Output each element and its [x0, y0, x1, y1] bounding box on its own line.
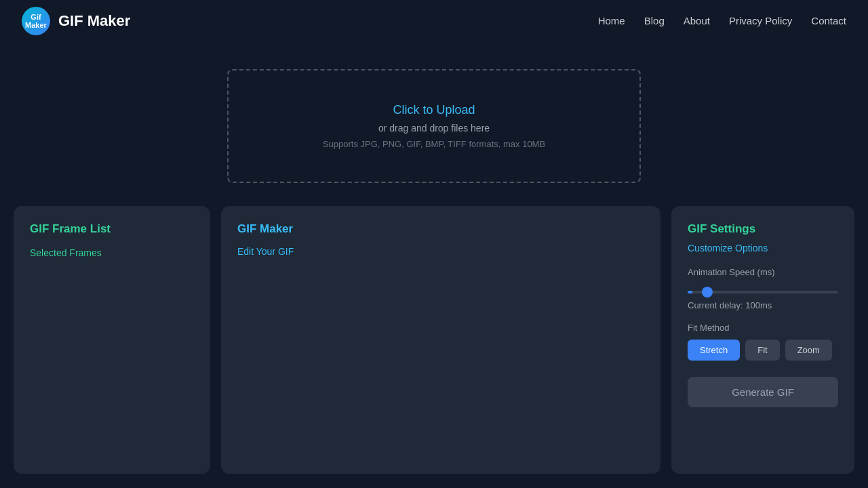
- gif-maker-panel: GIF Maker Edit Your GIF: [221, 206, 660, 474]
- settings-panel: GIF Settings Customize Options Animation…: [671, 206, 854, 474]
- edit-gif-label: Edit Your GIF: [237, 246, 294, 257]
- frame-list-panel: GIF Frame List Selected Frames: [14, 206, 210, 474]
- animation-speed-section: Animation Speed (ms) Current delay: 100m…: [688, 267, 838, 310]
- nav-home[interactable]: Home: [598, 15, 625, 26]
- settings-title: GIF Settings: [688, 222, 838, 236]
- nav-privacy[interactable]: Privacy Policy: [729, 15, 792, 26]
- app-logo[interactable]: GifMaker: [22, 7, 50, 35]
- navbar: GifMaker GIF Maker Home Blog About Priva…: [0, 0, 868, 42]
- nav-about[interactable]: About: [684, 15, 710, 26]
- app-title: GIF Maker: [58, 12, 130, 30]
- customize-label: Customize Options: [688, 243, 838, 253]
- animation-speed-slider[interactable]: [688, 291, 838, 293]
- fit-fit-button[interactable]: Fit: [745, 340, 779, 361]
- nav-contact[interactable]: Contact: [811, 15, 846, 26]
- fit-stretch-button[interactable]: Stretch: [688, 340, 740, 361]
- upload-drag-label: or drag and drop files here: [378, 123, 490, 134]
- selected-frames-label: Selected Frames: [30, 247, 102, 258]
- speed-slider-container: [688, 284, 838, 296]
- upload-section: Click to Upload or drag and drop files h…: [0, 42, 868, 203]
- upload-formats-label: Supports JPG, PNG, GIF, BMP, TIFF format…: [323, 139, 545, 149]
- nav-blog[interactable]: Blog: [644, 15, 665, 26]
- fit-method-label: Fit Method: [688, 323, 838, 333]
- generate-gif-button[interactable]: Generate GIF: [688, 377, 838, 407]
- animation-speed-label: Animation Speed (ms): [688, 267, 838, 277]
- brand: GifMaker GIF Maker: [22, 7, 130, 35]
- current-delay-label: Current delay: 100ms: [688, 300, 838, 310]
- fit-zoom-button[interactable]: Zoom: [785, 340, 832, 361]
- gif-maker-title: GIF Maker: [237, 222, 644, 236]
- upload-dropzone[interactable]: Click to Upload or drag and drop files h…: [227, 69, 641, 183]
- nav-links: Home Blog About Privacy Policy Contact: [598, 15, 846, 27]
- panels-container: GIF Frame List Selected Frames GIF Maker…: [0, 206, 868, 474]
- fit-method-buttons: Stretch Fit Zoom: [688, 340, 838, 361]
- upload-click-label: Click to Upload: [393, 103, 475, 117]
- frame-list-title: GIF Frame List: [30, 222, 194, 236]
